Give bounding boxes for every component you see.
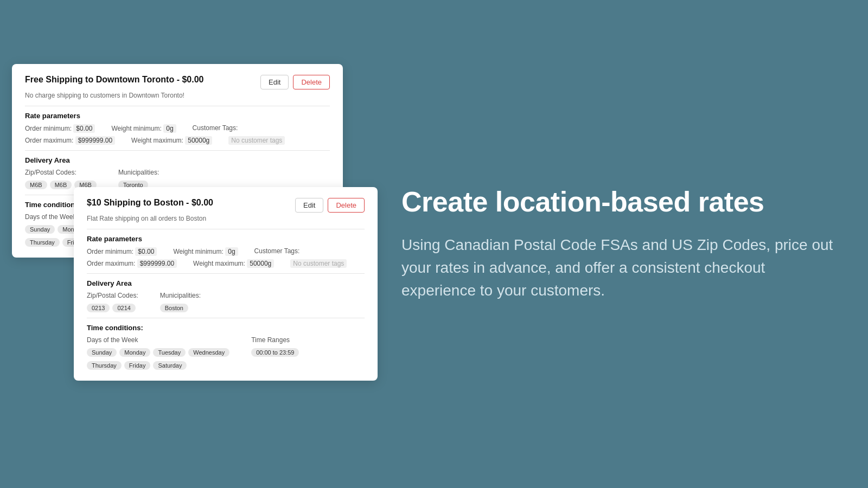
card-boston: $10 Shipping to Boston - $0.00 Edit Dele… <box>74 187 378 381</box>
right-section: Create location-based rates Using Canadi… <box>380 153 868 335</box>
card-toronto-actions: Edit Delete <box>260 75 330 89</box>
days-col-boston: Days of the Week Sunday Monday Tuesday W… <box>87 336 229 370</box>
headline: Create location-based rates <box>401 186 835 219</box>
days-tags-boston-row1: Sunday Monday Tuesday Wednesday <box>87 348 229 357</box>
order-max-toronto: Order maximum: $999999.00 <box>25 136 115 145</box>
order-min-toronto: Order minimum: $0.00 <box>25 124 95 133</box>
delete-button-toronto[interactable]: Delete <box>293 75 330 89</box>
card-toronto-subtitle: No charge shipping to customers in Downt… <box>25 92 330 99</box>
day-sunday-boston: Sunday <box>87 348 117 357</box>
rate-params-label-boston: Rate parameters <box>87 235 365 243</box>
day-thursday-boston: Thursday <box>87 361 122 370</box>
rate-params-label-toronto: Rate parameters <box>25 112 330 120</box>
customer-tags-toronto: Customer Tags: <box>193 124 238 133</box>
weight-max-boston: Weight maximum: 50000g <box>193 259 274 268</box>
days-tags-boston-row2: Thursday Friday Saturday <box>87 361 229 370</box>
tag-m6b-1: M6B <box>25 181 47 189</box>
left-section: Free Shipping to Downtown Toronto - $0.0… <box>0 0 380 488</box>
customer-tags-value-toronto: No customer tags <box>228 136 285 145</box>
card-boston-actions: Edit Delete <box>295 198 365 213</box>
day-thursday-toronto: Thursday <box>25 238 60 247</box>
delivery-area-label-toronto: Delivery Area <box>25 156 330 164</box>
day-saturday-boston: Saturday <box>153 361 187 370</box>
tag-0214: 0214 <box>112 304 135 312</box>
time-ranges-col-boston: Time Ranges 00:00 to 23:59 <box>251 336 299 370</box>
delete-button-boston[interactable]: Delete <box>328 198 365 213</box>
edit-button-boston[interactable]: Edit <box>295 198 323 213</box>
card-boston-title: $10 Shipping to Boston - $0.00 <box>87 198 213 208</box>
time-range-value-boston: 00:00 to 23:59 <box>251 348 299 357</box>
tag-m6b-2: M6B <box>50 181 72 189</box>
municipality-tags-boston: Boston <box>160 304 201 312</box>
zip-codes-boston: Zip/Postal Codes: 0213 0214 <box>87 292 138 312</box>
delivery-area-label-boston: Delivery Area <box>87 279 365 287</box>
order-min-boston: Order minimum: $0.00 <box>87 247 157 256</box>
customer-tags-value-boston: No customer tags <box>290 259 347 268</box>
time-conditions-boston: Time conditions: Days of the Week Sunday… <box>87 324 365 370</box>
tag-boston: Boston <box>160 304 188 312</box>
day-friday-boston: Friday <box>124 361 151 370</box>
tag-0213: 0213 <box>87 304 110 312</box>
card-boston-subtitle: Flat Rate shipping on all orders to Bost… <box>87 215 365 222</box>
municipalities-boston: Municipalities: Boston <box>160 292 201 312</box>
edit-button-toronto[interactable]: Edit <box>260 75 289 89</box>
weight-max-toronto: Weight maximum: 50000g <box>131 136 212 145</box>
weight-min-boston: Weight minimum: 0g <box>173 247 238 256</box>
municipalities-toronto: Municipalities: Toronto <box>118 169 159 189</box>
day-tuesday-boston: Tuesday <box>153 348 186 357</box>
order-max-boston: Order maximum: $999999.00 <box>87 259 177 268</box>
day-monday-boston: Monday <box>119 348 150 357</box>
customer-tags-boston: Customer Tags: <box>254 247 300 256</box>
zip-codes-toronto: Zip/Postal Codes: M6B M6B M6B <box>25 169 97 189</box>
card-toronto-title: Free Shipping to Downtown Toronto - $0.0… <box>25 75 203 85</box>
body-text: Using Canadian Postal Code FSAs and US Z… <box>401 234 835 302</box>
day-sunday-toronto: Sunday <box>25 225 55 234</box>
day-wednesday-boston: Wednesday <box>188 348 229 357</box>
zip-tags-boston: 0213 0214 <box>87 304 138 312</box>
weight-min-toronto: Weight minimum: 0g <box>111 124 176 133</box>
